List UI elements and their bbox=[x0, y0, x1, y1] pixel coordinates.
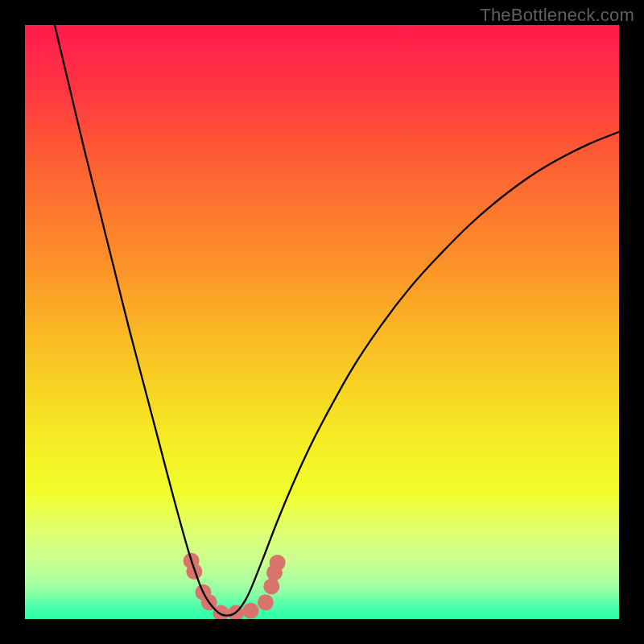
plot-area bbox=[25, 25, 619, 619]
watermark-text: TheBottleneck.com bbox=[480, 5, 634, 26]
marker-dot bbox=[263, 578, 279, 594]
gradient-background bbox=[25, 25, 619, 619]
chart-container: { "watermark": "TheBottleneck.com", "plo… bbox=[0, 0, 644, 644]
marker-dot bbox=[258, 594, 274, 610]
bottleneck-plot bbox=[25, 25, 619, 619]
marker-dot bbox=[270, 555, 286, 571]
marker-dot bbox=[242, 603, 258, 619]
